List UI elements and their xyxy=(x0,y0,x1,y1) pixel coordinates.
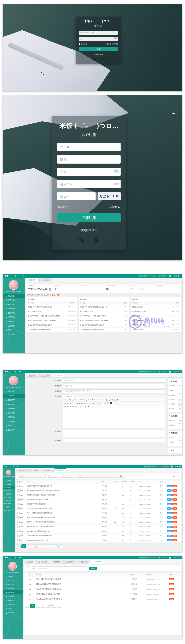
tab-close-icon[interactable]: × xyxy=(50,375,51,377)
delete-button[interactable]: 删除 xyxy=(172,503,177,505)
wechat-icon[interactable] xyxy=(78,237,85,244)
s idebar-menu-item[interactable]: ✉ 我的评论 xyxy=(3,402,25,407)
edit-button[interactable]: 编辑 xyxy=(167,494,172,496)
edit-button[interactable]: 编辑 xyxy=(167,485,172,487)
delete-button[interactable]: 删除 xyxy=(169,598,174,600)
panel-row[interactable]: 手写MVVM (用Vue开发) 了解JS几大块 766 xyxy=(79,314,129,318)
tab[interactable]: ✎ 发布文章 × xyxy=(51,560,64,564)
delete-button[interactable]: 删除 xyxy=(172,498,177,501)
sidebar-menu-item[interactable]: ▦ 资金明细 xyxy=(3,315,25,319)
vip-link[interactable]: 开通SVIP会员 xyxy=(160,466,169,467)
sidebar-menu-item[interactable]: ⌂ 后台首页 xyxy=(3,294,25,298)
home-top-toggle[interactable]: OFF xyxy=(178,398,182,401)
favorite-title[interactable]: ECShop商城二次开发实用函数整理 xyxy=(36,583,131,585)
delete-button[interactable]: 删除 xyxy=(172,539,177,541)
article-title[interactable]: 利用CloudFlare给网站免费加速并开启HTTPS xyxy=(27,517,102,518)
row-checkbox[interactable] xyxy=(26,593,28,595)
edit-button[interactable]: 编辑 xyxy=(167,489,172,492)
article-title[interactable]: 甲骨文ARM(Debian10)开IPv6 并安装密钥还原WARP xyxy=(27,490,102,491)
page-button[interactable]: 2 xyxy=(36,604,40,608)
page-button[interactable]: « xyxy=(16,544,21,548)
row-checkbox[interactable] xyxy=(17,489,20,492)
forgot-password-link[interactable]: 忘记密码 xyxy=(112,43,118,45)
user-avatar[interactable] xyxy=(169,557,171,559)
article-title[interactable]: 手写MVVM (用Vue开发) 了解JS几大块 表单教程 xyxy=(28,315,60,317)
article-title[interactable]: 做监棒了等有空的时候慢慢更新记录一下 xyxy=(28,306,55,308)
sidebar-menu-item[interactable]: ⬓ 提现订单 xyxy=(3,611,23,615)
sidebar-menu-item[interactable]: ✎ 发布文章 xyxy=(3,298,25,302)
article-title[interactable]: Docker容器化部署博客 一键迁移备份方案 xyxy=(27,535,102,537)
delete-button[interactable]: 删除 xyxy=(172,489,177,492)
article-title[interactable]: 微软通讯正式版摄像头问题修复教程 xyxy=(80,324,104,326)
sidebar-menu-item[interactable]: ◎ 佣金订单 xyxy=(3,499,15,502)
login-account-link[interactable]: 登录账号 xyxy=(57,205,69,209)
panel-row[interactable]: 甲骨文ARM(Debian10)开IPv6 安装WARP 615 xyxy=(79,318,129,323)
article-title[interactable]: 微软通讯正式版摄像头问题修复教程 xyxy=(28,324,52,326)
article-title[interactable]: 手写MVVM (用Vue开发) 了解JS几大块 xyxy=(80,315,106,317)
article-title[interactable]: MySQL慢查询优化实录 索引使用技巧 xyxy=(27,539,102,541)
excerpt-textarea[interactable] xyxy=(63,430,165,437)
delete-button[interactable]: 删除 xyxy=(169,583,174,585)
user-avatar[interactable] xyxy=(171,465,173,468)
comment-text[interactable]: 请问支持PHP8吗? xyxy=(132,319,144,322)
sidebar-menu-item[interactable]: ◉ 充值 xyxy=(3,505,15,508)
tab-close-icon[interactable]: × xyxy=(48,561,49,563)
sort-icon[interactable]: ↕ xyxy=(142,481,142,483)
sidebar-menu-item[interactable]: ⬓ 提现订单 xyxy=(3,508,15,512)
username-input[interactable] xyxy=(57,143,121,151)
username-input[interactable] xyxy=(79,31,118,35)
download-url-input[interactable] xyxy=(178,440,182,444)
user-avatar[interactable] xyxy=(169,275,171,277)
sort-icon[interactable]: ↕ xyxy=(152,574,153,575)
columns-button[interactable]: ▦ xyxy=(32,566,36,570)
panel-row[interactable]: 微软通讯正式版摄像头问题修复教程 2021-02-23 xyxy=(26,323,77,327)
editor-toolbar-row[interactable]: ⊞ ▦ ≔ ≕ ▭ ◳ ◰ ⌂ ✉ ⚑ xyxy=(63,405,165,408)
tab[interactable]: ✉ 我的评论 × xyxy=(78,560,90,564)
page-button[interactable]: 6 xyxy=(48,544,52,548)
article-title[interactable]: 把超越那PHP吧, 刻意编程接口 xyxy=(27,503,102,505)
editor-tab[interactable]: 文章正文 xyxy=(63,395,73,398)
edit-button[interactable]: 编辑 xyxy=(167,507,172,510)
email-input[interactable] xyxy=(57,155,121,164)
edit-button[interactable]: 编辑 xyxy=(167,526,172,528)
s idebar-menu-item[interactable]: ⌂ 后台首页 xyxy=(3,389,25,394)
edit-button[interactable]: 编辑 xyxy=(167,530,172,532)
sidebar-avatar[interactable] xyxy=(6,470,11,475)
brand-logo[interactable]: 米饭 ( ゜- ゜)... xyxy=(5,370,17,373)
select-all-checkbox[interactable] xyxy=(26,574,28,576)
row-checkbox[interactable] xyxy=(17,498,20,501)
article-title[interactable]: 甲骨文ARM(Debian10)开IPv6 安装WARP xyxy=(28,319,56,322)
sort-icon[interactable]: ↕ xyxy=(105,481,105,482)
favorite-title[interactable]: Frp内网穿透搭建教程 远程桌面必备 xyxy=(36,588,131,590)
recharge-link[interactable]: 充值 xyxy=(152,371,156,372)
password-input[interactable] xyxy=(57,168,121,176)
s idebar-menu-item[interactable]: ★ 我的收藏 xyxy=(3,407,25,411)
delete-button[interactable]: 删除 xyxy=(172,526,177,528)
edit-button[interactable]: 编辑 xyxy=(167,512,172,514)
delete-button[interactable]: 删除 xyxy=(172,507,177,510)
editor-toolbar-row[interactable]: ↶ ↷ ✂ ❏ B I U S x² x₂ ✎ A ❝ ≡ ≣ ☰ ⊞ ⊟ ◧ … xyxy=(63,398,165,402)
attachment-input[interactable] xyxy=(63,439,165,442)
refresh-icon[interactable]: ↻ xyxy=(20,466,21,468)
title-input[interactable]: 请输入文章标题 xyxy=(63,379,165,383)
search-button[interactable]: 搜索 xyxy=(117,474,125,478)
page-button[interactable]: 3 xyxy=(41,604,45,608)
tab-close-icon[interactable]: × xyxy=(88,561,89,563)
tab[interactable]: ▤ 我的文章 × xyxy=(64,560,77,564)
panel-row[interactable]: 42tc小助手 v2 开源 2021-03-09 xyxy=(26,309,77,314)
s idebar-menu-item[interactable]: ◉ 充值 xyxy=(3,424,25,428)
row-checkbox[interactable] xyxy=(26,598,28,600)
sort-icon[interactable]: ↕ xyxy=(117,481,118,482)
captcha-input[interactable] xyxy=(57,192,96,200)
sort-icon[interactable]: ↕ xyxy=(163,481,164,482)
edit-button[interactable]: 编辑 xyxy=(167,516,172,519)
row-checkbox[interactable] xyxy=(17,494,20,496)
row-checkbox[interactable] xyxy=(17,526,20,528)
page-button[interactable]: 7 xyxy=(53,544,58,548)
recharge-link[interactable]: 充值 xyxy=(152,275,156,277)
keep-login-checkbox[interactable] xyxy=(79,43,80,45)
menu-fold-icon[interactable]: ☰ xyxy=(19,557,21,559)
tab[interactable]: ⌂ 后台首页 × xyxy=(24,560,37,564)
panel-row[interactable]: 甲骨文ARM(Debian10)开IPv6 安装WARP 2021-02-27 xyxy=(26,318,77,323)
table-tool-icon[interactable]: ↻ xyxy=(178,475,179,477)
